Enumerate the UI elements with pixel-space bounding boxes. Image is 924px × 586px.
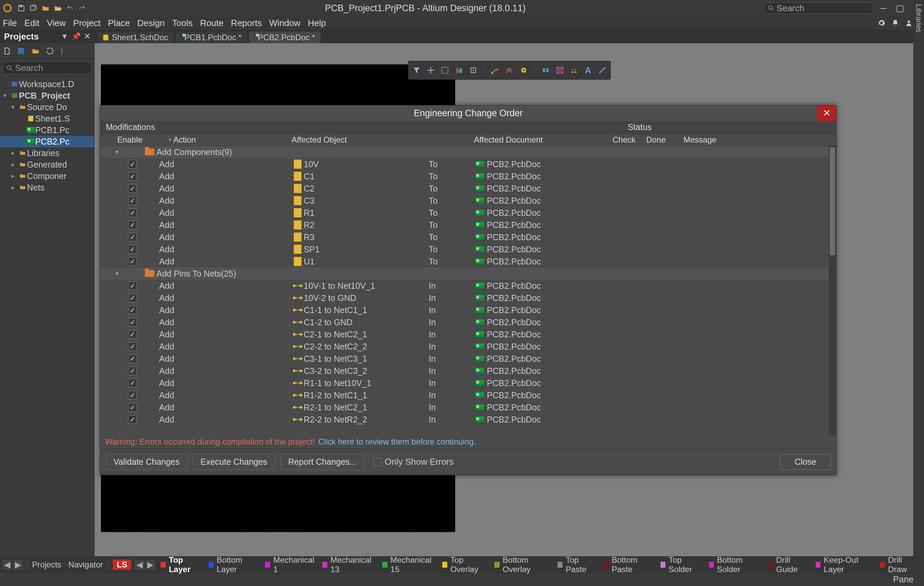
enable-checkbox[interactable]: ✓ xyxy=(128,415,137,424)
layer-nav-prev-icon[interactable]: ▶ xyxy=(13,560,22,569)
panel-pin-icon[interactable]: 📌 xyxy=(72,32,81,41)
panel-dropdown-icon[interactable]: ▼ xyxy=(61,32,68,41)
col-enable[interactable]: Enable xyxy=(100,135,165,145)
enable-checkbox[interactable]: ✓ xyxy=(128,172,137,181)
dialog-close-icon[interactable]: ✕ xyxy=(817,105,836,121)
component-icon[interactable] xyxy=(469,66,478,75)
filter-icon[interactable] xyxy=(412,66,421,75)
enable-checkbox[interactable]: ✓ xyxy=(128,330,137,339)
eco-row[interactable]: ✓AddC3ToPCB2.PcbDoc xyxy=(100,194,836,207)
eco-row[interactable]: ✓AddR2-1 to NetC2_1InPCB2.PcbDoc xyxy=(100,401,836,413)
layer-tab[interactable]: Bottom Layer xyxy=(205,555,261,574)
enable-checkbox[interactable]: ✓ xyxy=(128,221,137,229)
enable-checkbox[interactable]: ✓ xyxy=(128,233,137,242)
eco-group[interactable]: ▾Add Pins To Nets(25) xyxy=(100,268,836,280)
eco-row[interactable]: ✓AddSP1ToPCB2.PcbDoc xyxy=(100,243,836,255)
tree-item[interactable]: ▸Generated xyxy=(0,159,94,170)
only-errors-checkbox[interactable] xyxy=(373,458,381,466)
enable-checkbox[interactable]: ✓ xyxy=(128,318,137,327)
execute-button[interactable]: Execute Changes xyxy=(193,454,275,470)
save-all-icon[interactable] xyxy=(29,4,38,13)
enable-checkbox[interactable]: ✓ xyxy=(128,160,137,168)
maximize-icon[interactable]: ▢ xyxy=(896,3,904,13)
menu-window[interactable]: Window xyxy=(269,18,300,28)
layer-tab[interactable]: Keep-Out Layer xyxy=(812,555,876,574)
eco-row[interactable]: ✓AddC2-2 to NetC2_2InPCB2.PcbDoc xyxy=(100,341,836,352)
tree-item[interactable]: PCB2.Pc xyxy=(0,136,94,147)
col-check[interactable]: Check xyxy=(612,135,646,145)
dialog-scrollbar[interactable] xyxy=(829,146,836,435)
col-done[interactable]: Done xyxy=(646,135,683,145)
projects-search[interactable]: Search xyxy=(3,61,92,74)
route-track-icon[interactable] xyxy=(490,66,500,75)
eco-row[interactable]: ✓AddR1-1 to Net10V_1InPCB2.PcbDoc xyxy=(100,377,836,389)
doc-tab[interactable]: PCB1.PcbDoc * xyxy=(175,31,247,43)
enable-checkbox[interactable]: ✓ xyxy=(128,293,137,302)
enable-checkbox[interactable]: ✓ xyxy=(128,257,137,266)
validate-button[interactable]: Validate Changes xyxy=(106,454,188,470)
text-icon[interactable]: A xyxy=(584,66,593,75)
enable-checkbox[interactable]: ✓ xyxy=(128,391,137,400)
col-object[interactable]: Affected Object xyxy=(292,135,474,145)
eco-row[interactable]: ✓Add10V-1 to Net10V_1InPCB2.PcbDoc xyxy=(100,280,836,292)
compile-icon[interactable] xyxy=(31,47,40,55)
eco-row[interactable]: ✓AddC2-1 to NetC2_1InPCB2.PcbDoc xyxy=(100,328,836,341)
eco-row[interactable]: ✓AddC3-2 to NetC3_2InPCB2.PcbDoc xyxy=(100,365,836,377)
libraries-tab[interactable]: Libraries xyxy=(914,4,923,33)
enable-checkbox[interactable]: ✓ xyxy=(128,245,137,253)
eco-row[interactable]: ✓AddR1-2 to NetC1_1InPCB2.PcbDoc xyxy=(100,389,836,401)
eco-row[interactable]: ✓AddR3ToPCB2.PcbDoc xyxy=(100,231,836,243)
layer-tab[interactable]: Mechanical 13 xyxy=(318,555,379,574)
menu-edit[interactable]: Edit xyxy=(24,18,40,28)
notification-bell-icon[interactable] xyxy=(891,19,899,27)
enable-checkbox[interactable]: ✓ xyxy=(128,196,137,205)
new-doc-icon[interactable] xyxy=(3,47,11,55)
eco-row[interactable]: ✓AddR1ToPCB2.PcbDoc xyxy=(100,207,836,219)
eco-row[interactable]: ✓AddC1-1 to NetC1_1InPCB2.PcbDoc xyxy=(100,304,836,316)
pad-icon[interactable] xyxy=(541,66,550,75)
eco-row[interactable]: ✓AddR2ToPCB2.PcbDoc xyxy=(100,219,836,231)
layer-scroll-right-icon[interactable]: ▶ xyxy=(146,560,155,569)
menu-project[interactable]: Project xyxy=(73,18,101,28)
layer-tab[interactable]: Drill Guide xyxy=(764,555,812,574)
tree-item[interactable]: PCB1.Pc xyxy=(0,124,94,136)
tree-item[interactable]: ▾Source Do xyxy=(0,101,94,113)
tree-item[interactable]: ▸Componer xyxy=(0,170,94,182)
eco-row[interactable]: ✓Add10V-2 to GNDInPCB2.PcbDoc xyxy=(100,292,836,304)
menu-route[interactable]: Route xyxy=(200,18,223,28)
layer-tab[interactable]: Top Layer xyxy=(157,555,205,574)
layer-tab[interactable]: Top Solder xyxy=(657,555,705,574)
tree-item[interactable]: Workspace1.D xyxy=(0,78,94,90)
enable-checkbox[interactable]: ✓ xyxy=(128,208,137,217)
panel-close-icon[interactable]: ✕ xyxy=(84,32,90,41)
tree-item[interactable]: ▸Libraries xyxy=(0,147,94,159)
route-diff-icon[interactable] xyxy=(505,66,514,75)
eco-row[interactable]: ✓AddU1ToPCB2.PcbDoc xyxy=(100,255,836,268)
enable-checkbox[interactable]: ✓ xyxy=(128,306,137,314)
close-button[interactable]: Close xyxy=(780,454,831,470)
line-icon[interactable] xyxy=(597,66,607,75)
enable-checkbox[interactable]: ✓ xyxy=(128,342,137,351)
eco-row[interactable]: ✓AddR2-2 to NetR2_2InPCB2.PcbDoc xyxy=(100,413,836,426)
layer-set-button[interactable]: LS xyxy=(113,560,131,570)
open-project-icon[interactable] xyxy=(53,4,62,13)
bottom-tab-navigator[interactable]: Navigator xyxy=(68,560,103,570)
eco-row[interactable]: ✓AddC1-2 to GNDInPCB2.PcbDoc xyxy=(100,316,836,328)
align-icon[interactable] xyxy=(454,66,464,75)
eco-row[interactable]: ✓AddC3-1 to NetC3_1InPCB2.PcbDoc xyxy=(100,352,836,365)
col-doc[interactable]: Affected Document xyxy=(474,135,612,145)
settings-gear-icon[interactable] xyxy=(877,19,886,27)
enable-checkbox[interactable]: ✓ xyxy=(128,184,137,193)
open-icon[interactable] xyxy=(41,4,50,13)
move-icon[interactable] xyxy=(426,66,436,75)
col-msg[interactable]: Message xyxy=(683,135,836,145)
layer-tab[interactable]: Mechanical 15 xyxy=(378,555,439,574)
enable-checkbox[interactable]: ✓ xyxy=(128,379,137,387)
menu-place[interactable]: Place xyxy=(108,18,130,28)
layer-scroll-left-icon[interactable]: ◀ xyxy=(135,560,144,569)
menu-file[interactable]: File xyxy=(3,18,17,28)
menu-help[interactable]: Help xyxy=(308,18,326,28)
minimize-icon[interactable]: ─ xyxy=(880,3,886,13)
global-search[interactable]: Search xyxy=(764,2,872,14)
layer-tab[interactable]: Top Overlay xyxy=(439,555,491,574)
